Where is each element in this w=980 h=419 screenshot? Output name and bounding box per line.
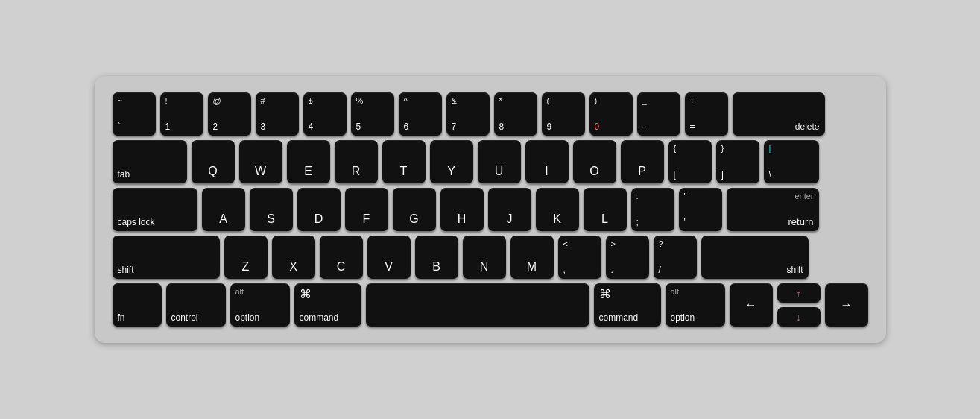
key-delete[interactable]: delete	[733, 92, 825, 136]
key-j[interactable]: J	[488, 188, 531, 231]
key-z[interactable]: Z	[224, 236, 268, 279]
arrow-keys-group: ← ↑ ↓ →	[730, 283, 868, 327]
key-s[interactable]: S	[250, 188, 293, 231]
key-i[interactable]: I	[525, 140, 569, 183]
key-enter[interactable]: enter return	[727, 188, 819, 231]
key-l[interactable]: L	[584, 188, 627, 231]
key-a[interactable]: A	[202, 188, 245, 231]
key-command-right[interactable]: ⌘ command	[594, 283, 661, 327]
key-7[interactable]: & 7	[446, 92, 490, 136]
key-v[interactable]: V	[367, 236, 411, 279]
key-n[interactable]: N	[463, 236, 506, 279]
key-x[interactable]: X	[272, 236, 315, 279]
key-c[interactable]: C	[320, 236, 363, 279]
key-lbracket[interactable]: { [	[668, 140, 712, 183]
key-5[interactable]: % 5	[351, 92, 394, 136]
key-u[interactable]: U	[478, 140, 521, 183]
key-quote[interactable]: " '	[679, 188, 722, 231]
key-tab[interactable]: tab	[113, 140, 187, 183]
key-control[interactable]: control	[166, 283, 226, 327]
row-zxcv: shift Z X C V B N M < , > . ? / shift	[113, 236, 868, 279]
key-w[interactable]: W	[239, 140, 282, 183]
row-qwerty: tab Q W E R T Y U I O P { [ } ] | \	[113, 140, 868, 183]
key-p[interactable]: P	[621, 140, 664, 183]
key-t[interactable]: T	[382, 140, 426, 183]
key-option-right[interactable]: alt option	[666, 283, 725, 327]
key-6[interactable]: ^ 6	[399, 92, 442, 136]
key-fn[interactable]: fn	[113, 283, 162, 327]
key-q[interactable]: Q	[192, 140, 235, 183]
keyboard: ~ ` ! 1 @ 2 # 3 $ 4 % 5 ^ 6 & 7	[95, 76, 886, 343]
key-equals[interactable]: + =	[685, 92, 728, 136]
key-2[interactable]: @ 2	[208, 92, 251, 136]
key-slash[interactable]: ? /	[654, 236, 697, 279]
key-o[interactable]: O	[573, 140, 616, 183]
up-down-arrows: ↑ ↓	[777, 283, 821, 327]
key-8[interactable]: * 8	[494, 92, 537, 136]
key-1[interactable]: ! 1	[160, 92, 203, 136]
key-shift-left[interactable]: shift	[113, 236, 220, 279]
key-d[interactable]: D	[297, 188, 341, 231]
key-f[interactable]: F	[345, 188, 388, 231]
key-capslock[interactable]: caps lock	[113, 188, 197, 231]
key-0[interactable]: ) 0	[589, 92, 633, 136]
row-bottom: fn control alt option ⌘ command ⌘ comman…	[113, 283, 868, 327]
key-command-left[interactable]: ⌘ command	[294, 283, 361, 327]
key-9[interactable]: ( 9	[542, 92, 585, 136]
key-b[interactable]: B	[415, 236, 458, 279]
key-g[interactable]: G	[393, 188, 436, 231]
key-tilde[interactable]: ~ `	[113, 92, 156, 136]
key-r[interactable]: R	[335, 140, 378, 183]
key-space[interactable]	[366, 283, 589, 327]
key-rbracket[interactable]: } ]	[716, 140, 759, 183]
key-arrow-right[interactable]: →	[825, 283, 868, 327]
key-backslash[interactable]: | \	[764, 140, 819, 183]
key-m[interactable]: M	[510, 236, 554, 279]
key-option-left[interactable]: alt option	[230, 283, 290, 327]
key-3[interactable]: # 3	[256, 92, 299, 136]
key-arrow-up[interactable]: ↑	[777, 283, 821, 303]
row-asdf: caps lock A S D F G H J K L : ; " ' ente…	[113, 188, 868, 231]
key-4[interactable]: $ 4	[303, 92, 347, 136]
key-comma[interactable]: < ,	[558, 236, 601, 279]
key-minus[interactable]: _ -	[637, 92, 680, 136]
key-period[interactable]: > .	[606, 236, 649, 279]
key-semicolon[interactable]: : ;	[631, 188, 674, 231]
key-h[interactable]: H	[440, 188, 484, 231]
key-arrow-down[interactable]: ↓	[777, 307, 821, 327]
key-k[interactable]: K	[536, 188, 579, 231]
row-numbers: ~ ` ! 1 @ 2 # 3 $ 4 % 5 ^ 6 & 7	[113, 92, 868, 136]
key-arrow-left[interactable]: ←	[730, 283, 773, 327]
key-y[interactable]: Y	[430, 140, 473, 183]
key-shift-right[interactable]: shift	[701, 236, 809, 279]
key-e[interactable]: E	[287, 140, 330, 183]
